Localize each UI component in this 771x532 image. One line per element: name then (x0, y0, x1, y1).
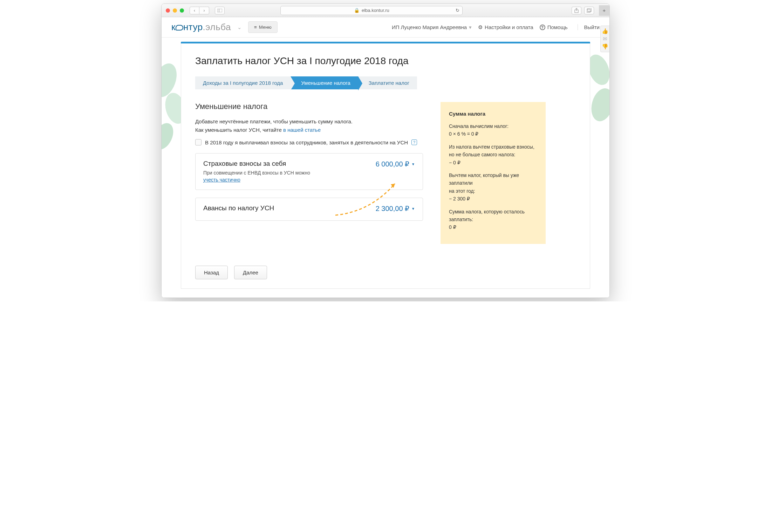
hint-text: Добавьте неучтённые платежи, чтобы умень… (195, 117, 423, 134)
svg-point-10 (588, 86, 609, 124)
svg-rect-5 (588, 8, 591, 12)
thumbs-up-icon[interactable]: 👍 (602, 28, 608, 34)
article-link[interactable]: в нашей статье (283, 127, 321, 133)
mail-icon[interactable]: ✉ (603, 36, 607, 42)
gear-icon: ⚙ (478, 24, 483, 30)
svg-point-8 (162, 120, 177, 153)
settings-link[interactable]: ⚙ Настройки и оплата (478, 24, 533, 30)
user-dropdown[interactable]: ИП Луценко Мария Андреевна ▾ (392, 24, 472, 30)
section-heading: Уменьшение налога (195, 102, 423, 111)
browser-window: ‹ › 🔒 elba.kontur.ru ↻ + кнтур (161, 4, 610, 298)
panel-insurance-sub: При совмещении с ЕНВД взносы в УСН можно… (203, 170, 310, 183)
panel-advance: Авансы по налогу УСН 2 300,00 ₽ ▼ (195, 198, 423, 221)
svg-rect-4 (587, 9, 590, 12)
feedback-tab[interactable]: 👍 ✉ 👎 (600, 26, 609, 52)
back-button[interactable]: Назад (195, 266, 228, 279)
chevron-down-icon: ▼ (411, 207, 415, 211)
traffic-lights (166, 8, 184, 13)
share-icon[interactable] (572, 7, 581, 14)
zoom-window[interactable] (180, 8, 184, 13)
panel-insurance: Страховые взносы за себя При совмещении … (195, 153, 423, 190)
page-title: Заплатить налог УСН за I полугодие 2018 … (195, 55, 576, 67)
wizard-steps: Доходы за I полугодие 2018 года Уменьшен… (195, 76, 576, 89)
new-tab[interactable]: + (599, 5, 609, 16)
main-card: Заплатить налог УСН за I полугодие 2018 … (181, 43, 590, 289)
chevron-down-icon: ▼ (411, 162, 415, 166)
hamburger-icon: ≡ (254, 25, 257, 30)
help-tooltip-icon[interactable]: ? (411, 139, 417, 145)
help-icon: ? (540, 25, 545, 30)
step-pay[interactable]: Заплатите налог (358, 76, 417, 89)
cloud-icon (176, 25, 183, 30)
panel-insurance-title: Страховые взносы за себя (203, 160, 310, 168)
lock-icon: 🔒 (354, 8, 360, 13)
step-income[interactable]: Доходы за I полугодие 2018 года (195, 76, 291, 89)
top-nav: кнтур.эльба ⌄ ≡ Меню ИП Луценко Мария Ан… (162, 17, 609, 37)
titlebar: ‹ › 🔒 elba.kontur.ru ↻ + (162, 4, 609, 17)
thumbs-down-icon[interactable]: 👎 (602, 43, 608, 50)
tax-summary-box: Сумма налога Сначала вычислим налог: 0 ×… (441, 102, 546, 244)
step-reduce[interactable]: Уменьшение налога (291, 76, 358, 89)
close-window[interactable] (166, 8, 170, 13)
reload-icon[interactable]: ↻ (456, 8, 459, 13)
tabs-icon[interactable] (584, 7, 594, 14)
chevron-down-icon: ▾ (469, 24, 472, 30)
logo[interactable]: кнтур.эльба (171, 22, 231, 33)
advance-amount-toggle[interactable]: 2 300,00 ₽ ▼ (376, 204, 415, 213)
logo-dropdown[interactable]: ⌄ (237, 24, 242, 30)
viewport: кнтур.эльба ⌄ ≡ Меню ИП Луценко Мария Ан… (162, 17, 609, 298)
checkbox-row[interactable]: В 2018 году я выплачивал взносы за сотру… (195, 139, 423, 145)
exit-link[interactable]: Выйти (578, 24, 600, 30)
url-text: elba.kontur.ru (362, 8, 389, 13)
svg-rect-0 (217, 9, 222, 12)
panel-advance-title: Авансы по налогу УСН (203, 204, 274, 212)
nav-forward[interactable]: › (199, 7, 209, 14)
summary-title: Сумма налога (449, 110, 537, 118)
minimize-window[interactable] (173, 8, 177, 13)
partial-link[interactable]: учесть частично (203, 177, 240, 183)
insurance-amount-toggle[interactable]: 6 000,00 ₽ ▼ (376, 160, 415, 168)
menu-button[interactable]: ≡ Меню (248, 21, 278, 33)
checkbox[interactable] (195, 139, 202, 145)
url-bar[interactable]: 🔒 elba.kontur.ru ↻ (280, 6, 463, 15)
help-link[interactable]: ? Помощь (540, 24, 568, 30)
sidebar-toggle[interactable] (215, 7, 225, 14)
next-button[interactable]: Далее (234, 266, 267, 279)
nav-back[interactable]: ‹ (190, 7, 199, 14)
